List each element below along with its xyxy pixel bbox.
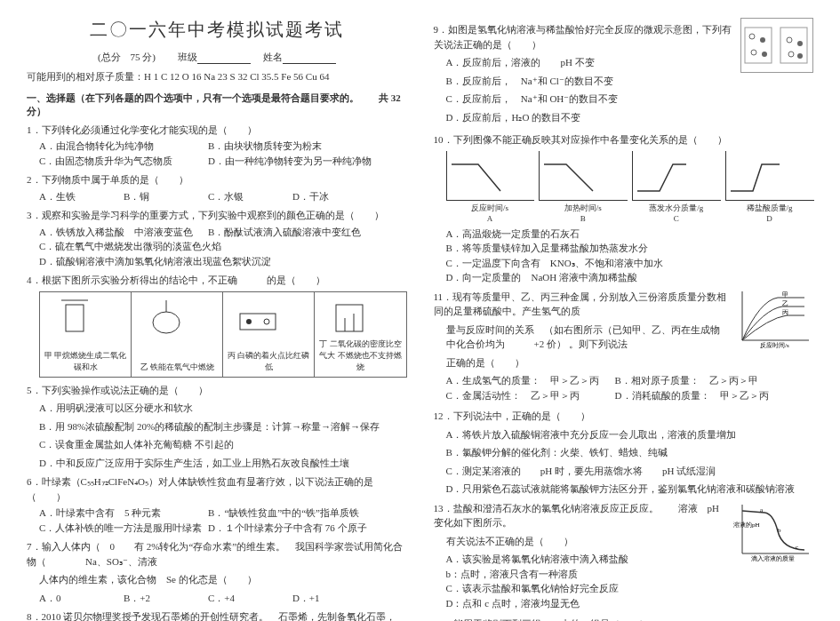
svg-point-17	[797, 41, 803, 46]
svg-point-6	[264, 319, 269, 324]
q10-capD: D	[725, 214, 813, 223]
q9-B: B．反应前后， Na⁺和 Cl⁻的数目不变	[446, 74, 814, 89]
q4-cell-2: 丙 白磷的着火点比红磷低	[223, 292, 315, 377]
svg-text:丙: 丙	[782, 309, 788, 316]
beaker-icon	[44, 296, 127, 338]
svg-text:甲: 甲	[782, 291, 788, 299]
svg-rect-7	[336, 305, 363, 331]
svg-text:b: b	[778, 527, 781, 534]
tube-icon	[227, 296, 310, 338]
q1-B: B．由块状物质转变为粉末	[208, 139, 373, 154]
q5-stem: 5．下列实验操作或说法正确的是（ ）	[27, 383, 407, 398]
q11-line3: 正确的是（ ）	[446, 355, 814, 370]
graph-C-icon	[632, 151, 721, 201]
svg-text:反应时间/s: 反应时间/s	[760, 342, 789, 349]
q4-cap-3: 丁 二氧化碳的密度比空气大 不燃烧也不支持燃烧	[318, 338, 402, 373]
svg-text:滴入溶液的质量: 滴入溶液的质量	[751, 555, 795, 562]
graph-D-icon	[725, 151, 814, 201]
q6-stem: 6．叶绿素（C₅₅H₇₂ClFeN₄O₅）对人体缺铁性贫血有显著疗效，以下说法正…	[27, 474, 407, 504]
page-title: 二〇一六年中考模拟试题考试	[27, 18, 407, 42]
q10-A: A．高温煅烧一定质量的石灰石	[446, 227, 612, 242]
q11-A: A．生成氢气的质量： 甲＞乙＞丙	[446, 373, 612, 388]
q2-D: D．干冰	[292, 189, 373, 204]
q4-diagrams: 甲 甲烷燃烧生成二氧化碳和水 乙 铁能在氧气中燃烧 丙 白磷的着火点比红磷低 丁…	[39, 291, 407, 378]
q7-D: D．+1	[292, 591, 373, 606]
q8-stem: 8．2010 诺贝尔物理奖授予发现石墨烯的开创性研究者。 石墨烯，先制备氧化石墨…	[27, 609, 407, 621]
q6-C: C．人体补铁的唯一方法是服用叶绿素	[39, 521, 204, 536]
candle-icon	[318, 296, 402, 338]
q11-C: C．金属活动性： 乙＞甲＞丙	[446, 388, 612, 403]
q10-B: B．将等质量镁锌加入足量稀盐酸加热蒸发水分	[446, 241, 648, 256]
q10-labC: 蒸发水分质量/g	[632, 203, 720, 214]
q10-gA: 反应时间/s A	[446, 151, 534, 223]
q13-B: b：点时，溶液只含有一种溶质	[446, 567, 579, 582]
svg-point-2	[153, 312, 180, 333]
svg-rect-10	[745, 28, 772, 63]
q7-B: B．+2	[124, 591, 204, 606]
svg-text:乙: 乙	[782, 300, 788, 307]
q10-capB: B	[539, 214, 627, 223]
q10-stem: 10．下列图像不能正确反映其对应操作中各量变化关系的是（ ）	[434, 132, 814, 147]
q7-stem: 7．输入人体内（ 0 有 2%转化为“存命水素”的维生素。 我国科学家尝试用简化…	[27, 539, 407, 569]
q4-cell-0: 甲 甲烷燃烧生成二氧化碳和水	[40, 292, 132, 377]
q13-D: D：点和 c 点时，溶液均显无色	[446, 596, 580, 611]
svg-point-12	[749, 34, 755, 39]
name-blank[interactable]	[283, 52, 336, 64]
q4-cell-1: 乙 铁能在氧气中燃烧	[132, 292, 223, 377]
q9-diagram	[740, 18, 813, 73]
q4-cap-1: 乙 铁能在氧气中燃烧	[135, 362, 219, 373]
q6-A: A．叶绿素中含有 5 种元素	[39, 506, 204, 521]
q7-C: C．+4	[208, 591, 289, 606]
svg-point-13	[760, 37, 765, 43]
q13-A: A．该实验是将氯氧化钠溶液中滴入稀盐酸	[446, 552, 629, 567]
left-column: 二〇一六年中考模拟试题考试 (总分 75 分) 班级 姓名 可能用到的相对原子质…	[27, 18, 407, 621]
class-blank[interactable]	[197, 52, 251, 64]
q2-C: C．水银	[208, 189, 289, 204]
q11-B: B．相对原子质量： 乙＞丙＞甲	[615, 373, 780, 388]
q10-labA: 反应时间/s	[446, 203, 534, 214]
ph-curve-icon: a b c 溶液的pH 滴入溶液的质量	[733, 500, 813, 562]
q3-C: C．硫在氧气中燃烧发出微弱的淡蓝色火焰	[39, 239, 221, 254]
q10-gD: 稀盐酸质量/g D	[725, 151, 813, 223]
q14-stem: 14．能用于鉴别下列三组 中的一组是（ ）	[434, 617, 814, 621]
q10-D: D．向一定质量的 NaOH 溶液中滴加稀盐酸	[446, 270, 637, 285]
q3-D: D．硫酸铜溶液中滴加氢氧化钠溶液出现蓝色絮状沉淀	[39, 254, 271, 269]
q12-stem: 12．下列说法中，正确的是（ ）	[434, 409, 814, 424]
q5-C: C．误食重金属盐如人体补充葡萄糖 不引起的	[39, 437, 407, 452]
q10-labB: 加热时间/s	[539, 203, 627, 214]
name-label: 姓名	[263, 52, 283, 62]
graph-A-icon	[446, 151, 535, 201]
q4-cap-0: 甲 甲烷燃烧生成二氧化碳和水	[44, 350, 127, 373]
svg-point-5	[246, 319, 252, 324]
q10-labD: 稀盐酸质量/g	[725, 203, 813, 214]
q11-graph: 甲 乙 丙 反应时间/s	[733, 287, 813, 349]
q11-D: D．消耗硫酸的质量： 甲＞乙＞丙	[615, 388, 780, 403]
svg-point-19	[797, 53, 803, 59]
q10-gC: 蒸发水分质量/g C	[632, 151, 720, 223]
q3-stem: 3．观察和实验是学习科学的重要方式，下列实验中观察到的颜色正确的是（ ）	[27, 208, 407, 223]
q4-stem: 4．根据下图所示实验分析得出的结论中，不正确 的是（ ）	[27, 273, 407, 288]
q13-graph: a b c 溶液的pH 滴入溶液的质量	[733, 500, 813, 562]
q2-stem: 2．下列物质中属于单质的是（ ）	[27, 172, 407, 187]
q13-C: C．该表示盐酸和氯氧化钠恰好完全反应	[446, 581, 619, 596]
flask-icon	[135, 296, 219, 338]
right-column: 9．如图是氢氧化钠溶液与稀盐酸恰好完全反应的微观示意图，下列有关说法正确的是（ …	[434, 18, 814, 621]
q9-D: D．反应前后，H₂O 的数目不变	[446, 110, 814, 125]
svg-rect-0	[66, 305, 84, 331]
q5-A: A．用明矾浸液可以区分硬水和软水	[39, 401, 407, 416]
svg-rect-4	[240, 314, 276, 330]
q1-A: A．由混合物转化为纯净物	[39, 139, 204, 154]
q3-B: B．酚酞试液滴入硫酸溶液中变红色	[208, 225, 373, 240]
q1-stem: 1．下列转化必须通过化学变化才能实现的是（ ）	[27, 123, 407, 138]
q12-D: D．只用紫色石蕊试液就能将氯酸钾方法区分开，鉴别氯氧化钠溶液和碳酸钠溶液	[446, 482, 814, 497]
svg-point-18	[788, 52, 794, 57]
class-label: 班级	[178, 52, 197, 62]
q10-capA: A	[446, 214, 534, 223]
svg-point-15	[762, 52, 767, 57]
q2-B: B．铜	[124, 189, 204, 204]
graph-B-icon	[539, 151, 628, 201]
q4-cap-2: 丙 白磷的着火点比红磷低	[227, 350, 310, 373]
svg-point-16	[787, 37, 792, 43]
q2-A: A．生铁	[39, 189, 120, 204]
q12-B: B．氯酸钾分解的催化剂：火柴、铁钉、蜡烛、纯碱	[446, 445, 814, 460]
